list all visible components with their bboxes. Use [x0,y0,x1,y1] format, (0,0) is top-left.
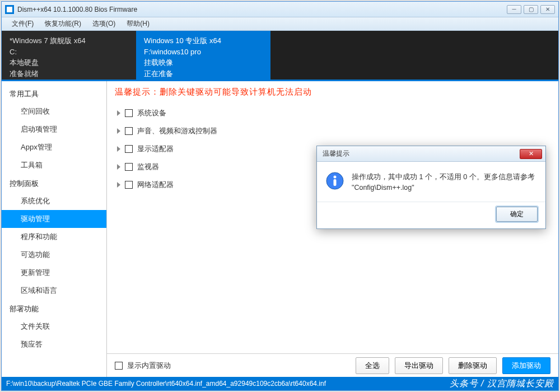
os-location: 本地硬盘 [10,57,128,68]
checkbox[interactable] [125,181,133,189]
svg-rect-1 [7,7,12,12]
expand-icon[interactable] [117,182,120,188]
os-drive: C: [10,46,128,58]
sidebar-group-common-tools: 常用工具 [2,85,106,102]
os-name: *Windows 7 旗舰版 x64 [10,35,128,46]
menu-file[interactable]: 文件(F) [6,18,39,30]
dialog-body: 操作成功，其中成功 1 个，不适用 0 个。更多信息请参考 "Config\Di… [317,162,545,202]
menu-recovery[interactable]: 恢复功能(R) [39,18,87,30]
menubar: 文件(F) 恢复功能(R) 选项(O) 帮助(H) [2,17,558,31]
checkbox[interactable] [125,145,133,153]
sidebar-group-control-panel: 控制面板 [2,174,106,192]
expand-icon[interactable] [117,128,120,134]
expand-icon[interactable] [117,146,120,152]
tree-label: 声音、视频和游戏控制器 [137,126,217,136]
tree-item-sound-video[interactable]: 声音、视频和游戏控制器 [117,122,548,140]
window-title: Dism++x64 10.1.1000.80 Bios Firmware [17,6,507,13]
sidebar-item-programs[interactable]: 程序和功能 [2,228,106,246]
status-brand: 头条号 / 汉宫隋城长安殿 [450,378,554,390]
dialog-ok-button[interactable]: 确定 [496,207,538,222]
menu-help[interactable]: 帮助(H) [121,18,155,30]
tree-label: 系统设备 [137,108,166,118]
os-location: 挂载映像 [144,57,263,68]
show-builtin-toggle[interactable]: 显示内置驱动 [115,361,171,371]
os-name: Windows 10 专业版 x64 [144,35,263,46]
tree-label: 显示适配器 [137,144,174,154]
dialog-close-button[interactable]: ✕ [520,149,542,159]
status-path: F:\win10\backup\Realtek PCIe GBE Family … [6,380,326,388]
tree-item-system-devices[interactable]: 系统设备 [117,104,548,122]
sidebar-group-deployment: 部署功能 [2,300,106,318]
os-card-windows10[interactable]: Windows 10 专业版 x64 F:\windows10 pro 挂载映像… [136,31,270,80]
sidebar-item-appx[interactable]: Appx管理 [2,138,106,156]
checkbox[interactable] [125,127,133,135]
sidebar-item-startup[interactable]: 启动项管理 [2,120,106,138]
sidebar-item-space-cleanup[interactable]: 空间回收 [2,102,106,120]
select-all-button[interactable]: 全选 [356,357,389,374]
add-driver-button[interactable]: 添加驱动 [502,357,550,374]
message-dialog: 温馨提示 ✕ 操作成功，其中成功 1 个，不适用 0 个。更多信息请参考 "Co… [316,146,546,229]
dialog-footer: 确定 [317,202,545,228]
sidebar-item-optional-features[interactable]: 可选功能 [2,246,106,264]
menu-options[interactable]: 选项(O) [87,18,121,30]
checkbox[interactable] [115,362,123,370]
tree-label: 监视器 [137,162,159,172]
sidebar-item-toolbox[interactable]: 工具箱 [2,156,106,174]
svg-rect-4 [334,179,337,186]
show-builtin-label: 显示内置驱动 [127,361,171,371]
statusbar: F:\win10\backup\Realtek PCIe GBE Family … [2,377,558,390]
maximize-button[interactable]: ▢ [524,5,538,14]
warning-text: 温馨提示：删除关键驱动可能导致计算机无法启动 [107,81,558,102]
dialog-title: 温馨提示 [320,149,520,158]
app-icon [5,5,14,14]
sidebar-item-region-language[interactable]: 区域和语言 [2,282,106,300]
close-icon: ✕ [529,150,534,157]
body-area: 常用工具 空间回收 启动项管理 Appx管理 工具箱 控制面板 系统优化 驱动管… [2,81,558,377]
dialog-titlebar: 温馨提示 ✕ [317,146,545,162]
checkbox[interactable] [125,163,133,171]
expand-icon[interactable] [117,164,120,170]
delete-driver-button[interactable]: 删除驱动 [449,357,497,374]
expand-icon[interactable] [117,110,120,116]
export-driver-button[interactable]: 导出驱动 [395,357,443,374]
tree-label: 网络适配器 [137,180,174,190]
sidebar-item-file-assoc[interactable]: 文件关联 [2,318,106,335]
sidebar-item-unattend[interactable]: 预应答 [2,335,106,353]
os-drive: F:\windows10 pro [144,46,263,58]
sidebar: 常用工具 空间回收 启动项管理 Appx管理 工具箱 控制面板 系统优化 驱动管… [2,81,107,377]
info-icon [326,172,344,190]
close-button[interactable]: ✕ [540,5,555,14]
os-status: 正在准备 [144,68,263,80]
main-content: 温馨提示：删除关键驱动可能导致计算机无法启动 系统设备 声音、视频和游戏控制器 … [107,81,558,377]
sidebar-item-driver-management[interactable]: 驱动管理 [2,210,106,228]
checkbox[interactable] [125,109,133,117]
minimize-button[interactable]: ─ [507,5,521,14]
window-controls: ─ ▢ ✕ [507,5,555,14]
svg-point-3 [334,176,337,179]
os-status: 准备就绪 [10,68,128,80]
sidebar-item-update-management[interactable]: 更新管理 [2,264,106,282]
bottom-toolbar: 显示内置驱动 全选 导出驱动 删除驱动 添加驱动 [107,353,558,377]
sidebar-item-system-optimize[interactable]: 系统优化 [2,192,106,210]
os-card-windows7[interactable]: *Windows 7 旗舰版 x64 C: 本地硬盘 准备就绪 [2,31,136,80]
titlebar: Dism++x64 10.1.1000.80 Bios Firmware ─ ▢… [2,2,558,17]
dialog-message: 操作成功，其中成功 1 个，不适用 0 个。更多信息请参考 "Config\Di… [352,172,536,194]
os-selection-panel: *Windows 7 旗舰版 x64 C: 本地硬盘 准备就绪 Windows … [2,31,558,81]
